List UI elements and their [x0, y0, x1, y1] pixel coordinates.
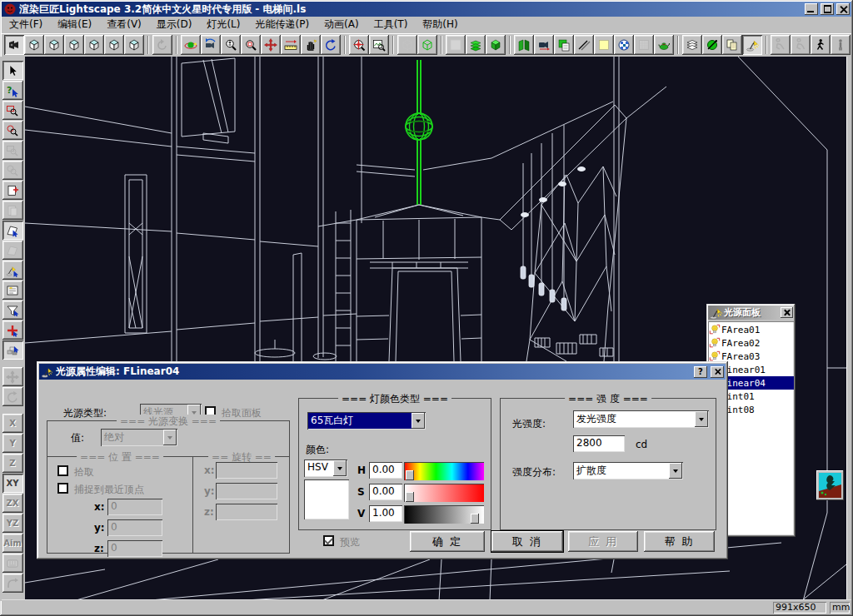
- property-form-button[interactable]: [2, 281, 23, 300]
- pos-z-field: 0: [107, 540, 162, 557]
- zoom-image-button[interactable]: [369, 35, 389, 55]
- green-wire-cube-button[interactable]: [417, 35, 437, 55]
- green-slabs-button[interactable]: [466, 35, 486, 55]
- pan-button[interactable]: [261, 35, 281, 55]
- add-vertex-button[interactable]: [2, 320, 23, 340]
- cursor-arrow-button[interactable]: [2, 61, 23, 80]
- hue-field[interactable]: 0.00: [369, 462, 402, 479]
- orbit-button[interactable]: [181, 35, 201, 55]
- lamp-pick-button[interactable]: [2, 261, 23, 280]
- menu-bar: 文件(F)编辑(E)查看(V)显示(D)灯光(L)光能传递(P)动画(A)工具(…: [2, 17, 851, 32]
- keypad-button: [2, 554, 23, 573]
- view-cube-icon: [87, 38, 101, 52]
- units-field: mm: [830, 602, 850, 614]
- measure-walk-button[interactable]: [281, 35, 301, 55]
- value-option: 绝对: [102, 430, 163, 445]
- view-cube-button[interactable]: [44, 35, 64, 55]
- light-panel-titlebar[interactable]: 光源面板: [708, 306, 794, 320]
- view-cube-button[interactable]: [24, 35, 44, 55]
- dialog-help-button[interactable]: ?: [694, 366, 707, 378]
- value-v-field[interactable]: 1.00: [369, 505, 402, 522]
- position-rotation-area: === 位 置 === == 旋转 == 拾取 捕捉到最近顶点 x: 0 y: …: [47, 456, 290, 554]
- zoom-window-button[interactable]: [241, 35, 261, 55]
- rot-x-field: [216, 462, 277, 479]
- zoom-interactive-button[interactable]: [221, 35, 241, 55]
- kneel-figure-a-button: [771, 35, 791, 55]
- light-panel-close-button[interactable]: [781, 307, 793, 318]
- filter-pick-button[interactable]: [2, 301, 23, 320]
- light-list-item-FArea02[interactable]: FArea02: [708, 336, 794, 350]
- zoom-extents-button[interactable]: [349, 35, 369, 55]
- view-cube-button[interactable]: [64, 35, 84, 55]
- view-cube-icon: [27, 38, 41, 52]
- help-button[interactable]: 帮 助: [644, 531, 715, 552]
- material-page-button[interactable]: [554, 35, 574, 55]
- menu-item-8[interactable]: 帮助(H): [415, 16, 465, 33]
- dialog-close-button[interactable]: [711, 366, 724, 378]
- block-pick-button[interactable]: [2, 340, 23, 360]
- layer-stack-button[interactable]: [682, 35, 702, 55]
- pick-zoom-rect-button[interactable]: [2, 101, 23, 120]
- intensity-value-field[interactable]: 2800: [573, 435, 625, 452]
- copy-pages-button[interactable]: [722, 35, 742, 55]
- preview-checkbox[interactable]: [323, 535, 334, 546]
- saturation-gradient-bar[interactable]: [404, 484, 484, 502]
- cancel-button[interactable]: 取 消: [491, 531, 563, 552]
- yellow-square-icon: [597, 38, 611, 52]
- render-teapot-button[interactable]: [654, 35, 674, 55]
- page-add-button[interactable]: [2, 181, 23, 200]
- walk-person-button[interactable]: [811, 35, 831, 55]
- chevron-down-icon: [163, 430, 177, 445]
- stand-person-button[interactable]: [831, 35, 851, 55]
- ok-button[interactable]: 确 定: [410, 531, 485, 552]
- view-cube-button[interactable]: [84, 35, 104, 55]
- minimize-button[interactable]: [805, 3, 818, 15]
- surface-pick-button[interactable]: [2, 221, 23, 240]
- position-group-title: === 位 置 ===: [77, 450, 163, 464]
- green-solid-cube-button[interactable]: [486, 35, 506, 55]
- color-model-combo[interactable]: HSV: [304, 460, 347, 477]
- minimize-icon: [807, 11, 814, 12]
- axis-xy-button[interactable]: XY: [2, 474, 23, 493]
- camera-rotate-button[interactable]: [201, 35, 221, 55]
- menu-item-2[interactable]: 查看(V): [99, 16, 149, 33]
- lamp-color-type-combo[interactable]: 65瓦白灯: [307, 412, 426, 430]
- film-panels-button[interactable]: [514, 35, 534, 55]
- spin-view-button[interactable]: [321, 35, 341, 55]
- green-orb-pin-button[interactable]: [702, 35, 722, 55]
- menu-item-5[interactable]: 光能传递(P): [247, 16, 317, 33]
- view-cube-button[interactable]: [104, 35, 124, 55]
- value-slider-marker[interactable]: [471, 514, 479, 524]
- light-list-item-FArea01[interactable]: FArea01: [708, 323, 794, 336]
- distribution-combo[interactable]: 扩散度: [573, 462, 683, 479]
- menu-item-7[interactable]: 工具(T): [367, 16, 416, 33]
- toolbar-separator: [392, 36, 394, 54]
- desk-lamp-button[interactable]: [742, 35, 762, 55]
- menu-item-3[interactable]: 显示(D): [149, 16, 200, 33]
- diagonal-lines-button[interactable]: [574, 35, 594, 55]
- view-cube-button[interactable]: [124, 35, 144, 55]
- intensity-mode-combo[interactable]: 发光强度: [573, 410, 709, 428]
- close-button[interactable]: [836, 3, 850, 15]
- transform-group-title: === 光源变换 ===: [117, 415, 220, 429]
- dialog-titlebar[interactable]: 光源属性编辑: FLinear04 ?: [39, 364, 726, 380]
- hand-drag-button[interactable]: [301, 35, 321, 55]
- menu-item-1[interactable]: 编辑(E): [50, 16, 99, 33]
- menu-item-4[interactable]: 灯光(L): [199, 16, 247, 33]
- rot-z-label: z:: [204, 506, 214, 518]
- camera-projector-button[interactable]: [4, 35, 24, 55]
- saturation-field[interactable]: 0.00: [369, 484, 402, 500]
- undo-curve-icon: [6, 577, 19, 590]
- restore-button[interactable]: [821, 3, 834, 15]
- yellow-square-button[interactable]: [594, 35, 614, 55]
- hue-slider-marker[interactable]: [406, 470, 414, 480]
- menu-item-0[interactable]: 文件(F): [2, 16, 50, 33]
- textured-globe-button[interactable]: [614, 35, 634, 55]
- saturation-slider-marker[interactable]: [406, 492, 414, 502]
- menu-item-6[interactable]: 动画(A): [317, 16, 367, 33]
- hue-gradient-bar[interactable]: [404, 462, 484, 480]
- camera-track-button[interactable]: [534, 35, 554, 55]
- pick-zoom-circle-button[interactable]: [2, 121, 23, 140]
- help-pick-button[interactable]: ?: [2, 81, 23, 100]
- light-gizmo[interactable]: [406, 60, 432, 205]
